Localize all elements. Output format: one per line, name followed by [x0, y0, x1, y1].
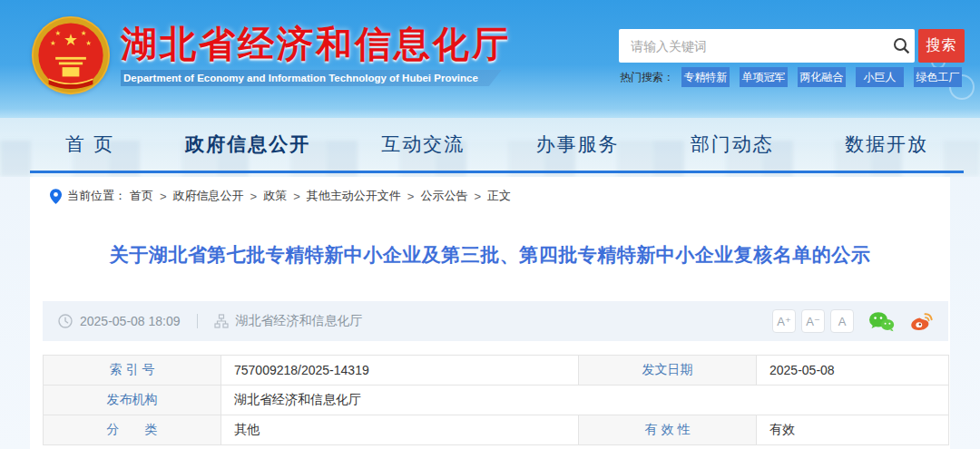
document-meta-table: 索 引 号 757009218/2025-14319 发文日期 2025-05-…: [43, 355, 948, 445]
page: ★ ★ ★ ★ ★ 湖北省经济和信息化厅 Department of Econo…: [0, 0, 980, 449]
search-input[interactable]: [619, 29, 887, 63]
crumb-home[interactable]: 首页: [130, 188, 153, 204]
svg-text:★: ★: [64, 31, 78, 49]
hot-tag-lvsegongchang[interactable]: 绿色工厂: [914, 67, 962, 87]
nav-item-home[interactable]: 首 页: [65, 132, 114, 157]
nav-item-gov-info[interactable]: 政府信息公开: [185, 132, 310, 157]
crumb-gov-info[interactable]: 政府信息公开: [173, 188, 244, 204]
font-size-increase-button[interactable]: A⁺: [772, 309, 796, 333]
font-size-decrease-button[interactable]: A⁻: [801, 309, 825, 333]
publish-time: 2025-05-08 18:09: [80, 314, 181, 328]
main-nav: 首 页 政府信息公开 互动交流 办事服务 部门动态 数据开放: [0, 118, 980, 177]
hot-search-row: 热门搜索： 专精特新 单项冠军 两化融合 小巨人 绿色工厂: [620, 67, 972, 87]
index-number-value: 757009218/2025-14319: [221, 356, 579, 386]
category-value: 其他: [221, 415, 579, 445]
validity-value: 有效: [757, 415, 949, 445]
font-size-reset-button[interactable]: A: [830, 309, 854, 333]
meta-row-category-validity: 分 类 其他 有 效 性 有效: [44, 415, 949, 445]
search-button[interactable]: 搜索: [918, 29, 965, 63]
article-title: 关于湖北省第七批专精特新中小企业及第三批、第四批专精特新中小企业复核名单的公示: [30, 242, 950, 268]
meta-row-index-date: 索 引 号 757009218/2025-14319 发文日期 2025-05-…: [44, 356, 949, 386]
crumb-separator: >: [407, 190, 415, 203]
crumb-separator: >: [250, 190, 258, 203]
issue-date-label: 发文日期: [579, 356, 757, 386]
nav-item-dept-news[interactable]: 部门动态: [691, 132, 774, 157]
crumb-separator: >: [160, 190, 167, 203]
nav-underline: [30, 171, 964, 173]
clock-icon: [58, 314, 73, 328]
search-icon[interactable]: [887, 37, 915, 54]
issue-date-value: 2025-05-08: [757, 356, 949, 386]
hot-tag-zhuanjingtexin[interactable]: 专精特新: [681, 67, 730, 87]
svg-text:★: ★: [85, 39, 92, 47]
source-org-icon: [214, 314, 229, 328]
crumb-announcements[interactable]: 公示公告: [420, 188, 467, 204]
main-content: 当前位置： 首页 > 政府信息公开 > 政策 > 其他主动公开文件 > 公示公告…: [30, 177, 950, 449]
site-subtitle-en: Department of Economy and Information Te…: [121, 70, 502, 86]
brand-text: 湖北省经济和信息化厅 Department of Economy and Inf…: [121, 15, 511, 86]
crumb-other-open-docs[interactable]: 其他主动公开文件: [307, 188, 401, 204]
hot-tag-xiaojuren[interactable]: 小巨人: [856, 67, 904, 87]
hot-tag-danxiangguanjun[interactable]: 单项冠军: [740, 67, 788, 87]
article-meta-bar: 2025-05-08 18:09 湖北省经济和信息化厅 A⁺ A⁻ A: [43, 301, 948, 341]
crumb-separator: >: [474, 190, 481, 203]
issuing-agency-value: 湖北省经济和信息化厅: [221, 386, 949, 415]
breadcrumb: 当前位置： 首页 > 政府信息公开 > 政策 > 其他主动公开文件 > 公示公告…: [50, 188, 514, 204]
location-pin-icon: [50, 189, 62, 204]
nav-item-interaction[interactable]: 互动交流: [381, 132, 465, 157]
validity-label: 有 效 性: [579, 415, 757, 445]
article-source: 湖北省经济和信息化厅: [236, 313, 363, 329]
meta-separator: [197, 314, 198, 328]
wechat-share-icon[interactable]: [868, 311, 895, 332]
nav-item-services[interactable]: 办事服务: [536, 132, 620, 157]
hot-tag-lianghuaronghe[interactable]: 两化融合: [798, 67, 846, 87]
weibo-share-icon[interactable]: [909, 311, 934, 332]
site-header: ★ ★ ★ ★ ★ 湖北省经济和信息化厅 Department of Econo…: [0, 0, 980, 118]
svg-text:★: ★: [81, 29, 87, 37]
breadcrumb-prefix: 当前位置：: [67, 188, 126, 204]
crumb-separator: >: [293, 190, 300, 203]
national-emblem-logo: ★ ★ ★ ★ ★: [30, 15, 112, 96]
svg-text:★: ★: [50, 39, 56, 47]
issuing-agency-label: 发布机构: [44, 386, 221, 415]
site-brand[interactable]: ★ ★ ★ ★ ★ 湖北省经济和信息化厅 Department of Econo…: [30, 15, 511, 96]
category-label: 分 类: [44, 415, 221, 445]
index-number-label: 索 引 号: [44, 356, 221, 386]
crumb-policy[interactable]: 政策: [263, 188, 287, 204]
site-title: 湖北省经济和信息化厅: [121, 24, 511, 63]
svg-text:★: ★: [55, 29, 62, 37]
search-box: [619, 29, 915, 63]
meta-row-issuer: 发布机构 湖北省经济和信息化厅: [44, 386, 949, 415]
hot-search-label: 热门搜索：: [620, 70, 674, 85]
crumb-current-article: 正文: [487, 188, 511, 204]
nav-item-open-data[interactable]: 数据开放: [845, 132, 928, 157]
